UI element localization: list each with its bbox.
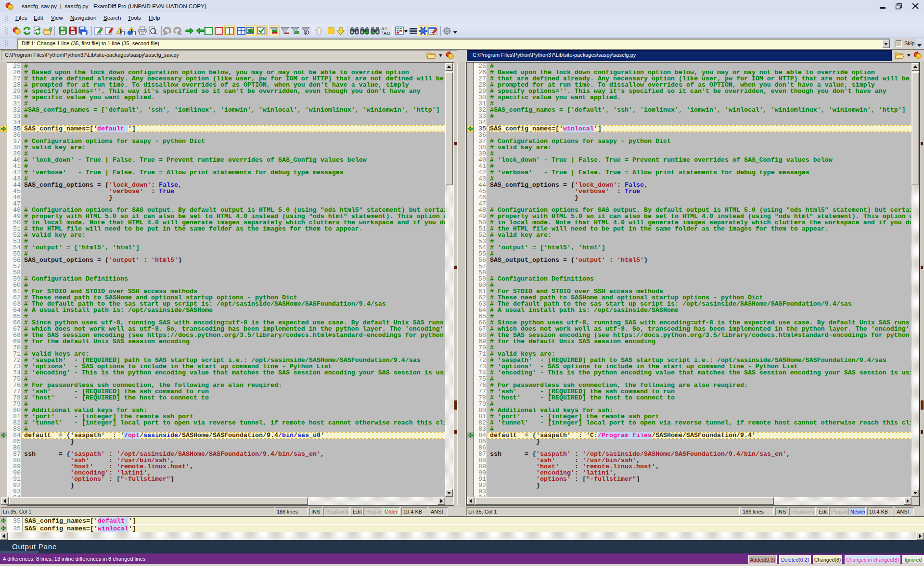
svg-text:B: B [387,31,390,35]
svg-text:A: A [384,31,387,35]
